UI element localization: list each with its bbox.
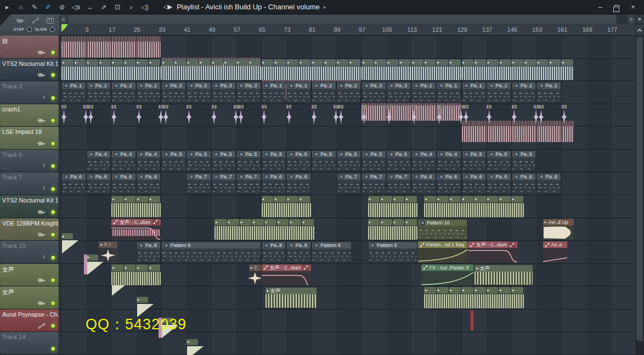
audio-clip-drums[interactable]: [61, 36, 161, 58]
audio-clip-crash[interactable]: [411, 105, 416, 126]
pattern-clip[interactable]: ≡Pa..2: [312, 82, 336, 103]
audio-clip-crash[interactable]: [487, 105, 492, 126]
slice-header[interactable]: ▸: [436, 59, 448, 66]
minimize-button[interactable]: –: [594, 2, 607, 12]
pattern-clip[interactable]: ≡Pa..5: [487, 150, 511, 172]
slice-header[interactable]: ▸: [274, 196, 286, 202]
track-mute-led[interactable]: [50, 141, 56, 146]
pattern-clip[interactable]: ≡Pa..6: [411, 173, 436, 194]
brush-tool-icon[interactable]: ✐: [44, 3, 52, 11]
slice-header[interactable]: ▸: [474, 196, 486, 202]
audio-clip-fx[interactable]: ▸F..l: [99, 241, 117, 263]
pattern-clip[interactable]: ≡Pa..6: [437, 173, 461, 194]
slice-header[interactable]: ▸: [549, 59, 561, 66]
slice-header[interactable]: ▸: [405, 196, 417, 202]
audio-clip-crash[interactable]: [286, 105, 291, 126]
pattern-clip[interactable]: ≡Pa..1: [411, 82, 436, 103]
audio-clip-sliced[interactable]: ▸▸▸▸▸▸▸▸: [161, 59, 261, 81]
playlist-lanes[interactable]: QQ：5432039 ▸▸▸▸▸▸▸▸▸▸▸▸▸▸▸▸▸▸▸▸▸▸▸▸▸▸▸▸▸…: [59, 36, 635, 355]
audio-clip-crash[interactable]: [312, 105, 317, 126]
slice-header[interactable]: ▸: [499, 59, 511, 66]
slice-header[interactable]: ▸: [286, 59, 298, 66]
slice-header[interactable]: ▸: [136, 59, 148, 66]
pattern-clip[interactable]: ≡Pa..5: [212, 150, 236, 172]
slice-header[interactable]: ▸: [487, 59, 499, 66]
pencil-tool-icon[interactable]: ✎: [31, 3, 38, 11]
slice-header[interactable]: ▸: [274, 59, 286, 66]
track-header[interactable]: 女声...: [0, 286, 59, 309]
slice-header[interactable]: ▸: [136, 196, 148, 202]
pattern-clip[interactable]: ≡Pa..7: [361, 173, 386, 194]
pattern-clip[interactable]: ≡Pa..1: [512, 82, 536, 103]
slice-header[interactable]: ▸: [411, 59, 423, 66]
audio-clip-crash[interactable]: [361, 105, 366, 126]
slice-header[interactable]: ▸: [487, 196, 499, 202]
pattern-clip[interactable]: ≡Pa..5: [286, 150, 311, 172]
pattern-clip[interactable]: ≡Pa..2: [187, 82, 211, 103]
track-header[interactable]: VTS2 Nocturnal Kit 1.....: [0, 195, 59, 218]
slice-header[interactable]: ▸: [289, 219, 301, 226]
vertical-scrollbar[interactable]: [635, 24, 644, 355]
slice-header[interactable]: ▸: [227, 219, 239, 226]
slice-header[interactable]: ▸: [161, 59, 173, 66]
pattern-clip[interactable]: ≡Pa..6: [286, 173, 311, 194]
slice-header[interactable]: ▸: [123, 59, 135, 66]
audio-clip-crash[interactable]: [334, 105, 338, 126]
slice-header[interactable]: ▸: [536, 59, 549, 66]
slice-header[interactable]: ▸: [298, 196, 310, 202]
track-header[interactable]: VTS2 Nocturnal Kit 1.....: [0, 59, 59, 81]
pattern-clip[interactable]: ≡Pattern 9: [368, 241, 417, 263]
pattern-clip[interactable]: ≡Pa..4: [87, 150, 111, 172]
slice-header[interactable]: ▸: [380, 196, 392, 202]
track-mute-led[interactable]: [50, 50, 56, 55]
pattern-clip[interactable]: ≡Pa..4: [411, 150, 436, 172]
pattern-clip[interactable]: ≡Pa..1: [137, 82, 161, 103]
slice-header[interactable]: ▸: [524, 59, 536, 66]
close-button[interactable]: ×: [626, 2, 640, 12]
audio-clip-crash[interactable]: [534, 105, 539, 126]
track-mute-led[interactable]: [50, 95, 56, 101]
pattern-clip[interactable]: ≡Pa..6: [462, 173, 487, 194]
slice-header[interactable]: ▸: [214, 219, 227, 226]
audio-clip-sliced[interactable]: ▸▸▸▸: [111, 196, 161, 217]
audio-clip-crash[interactable]: [212, 105, 217, 126]
pattern-clip[interactable]: ≡Pa..5: [387, 150, 411, 172]
slice-header[interactable]: ▸: [99, 59, 111, 66]
track-header[interactable]: Track 7...♪: [0, 172, 59, 195]
slice-header[interactable]: ▸: [86, 59, 98, 66]
scroll-left-button[interactable]: <: [59, 14, 67, 24]
slice-header[interactable]: ▸: [240, 219, 252, 226]
audio-clip-crash[interactable]: [539, 105, 544, 126]
audio-clip-buildup[interactable]: ▸Avi..d Up: [543, 219, 574, 240]
audio-clip-sliced[interactable]: ▸▸▸▸: [368, 219, 417, 240]
slice-header[interactable]: ▸: [449, 287, 461, 294]
audio-clip-crash[interactable]: [459, 105, 464, 126]
slice-header[interactable]: ▸: [474, 59, 486, 66]
slice-header[interactable]: ▸: [511, 196, 523, 202]
pattern-clip[interactable]: ≡Pa..7: [387, 173, 411, 194]
slice-header[interactable]: ▸: [302, 219, 314, 226]
slice-header[interactable]: ▸: [374, 59, 386, 66]
track-mute-led[interactable]: [50, 346, 56, 352]
slice-header[interactable]: ▸: [262, 59, 274, 66]
slice-header[interactable]: ▸: [399, 59, 411, 66]
pattern-clip[interactable]: ≡Pa..8: [262, 241, 286, 263]
pattern-clip[interactable]: ≡Pa..1: [487, 82, 511, 103]
horizontal-scroll-thumb[interactable]: [68, 15, 617, 24]
audio-clip-crash[interactable]: [137, 105, 142, 126]
pattern-clip[interactable]: ≡Pa..1: [462, 82, 487, 103]
slice-header[interactable]: ▸: [449, 59, 461, 66]
audio-clip-crash[interactable]: [562, 105, 567, 126]
slice-header[interactable]: ▸: [61, 59, 74, 66]
pattern-clip[interactable]: ≡Pa..5: [187, 150, 211, 172]
audio-clip-drums[interactable]: [462, 121, 574, 142]
delete-tool-icon[interactable]: ⊘: [58, 3, 66, 11]
piano-icon[interactable]: [47, 18, 54, 24]
slice-header[interactable]: ▸: [277, 219, 289, 226]
automation-clip[interactable]: 女声 - C..olume: [262, 264, 311, 286]
track-header[interactable]: VDE 128BPM Knight.....: [0, 218, 59, 241]
track-header[interactable]: Track 3...♪: [0, 81, 59, 104]
pattern-clip[interactable]: ≡Pa..5: [161, 150, 186, 172]
audio-clip-crash[interactable]: [83, 105, 88, 126]
slice-header[interactable]: ▸: [487, 287, 499, 294]
